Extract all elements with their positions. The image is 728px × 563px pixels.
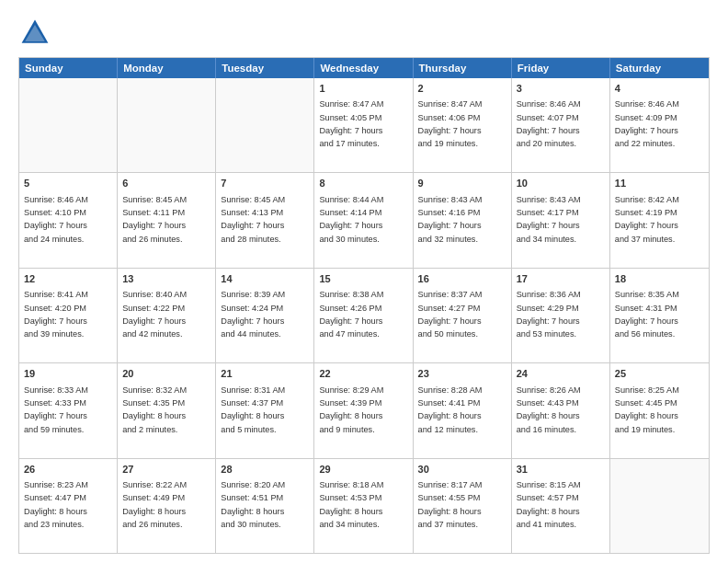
day-number: 9	[418, 177, 506, 190]
cal-cell-day-27: 27Sunrise: 8:22 AM Sunset: 4:49 PM Dayli…	[118, 459, 216, 553]
cal-cell-day-22: 22Sunrise: 8:29 AM Sunset: 4:39 PM Dayli…	[314, 363, 413, 457]
cell-details: Sunrise: 8:32 AM Sunset: 4:35 PM Dayligh…	[122, 385, 187, 434]
cal-cell-day-31: 31Sunrise: 8:15 AM Sunset: 4:57 PM Dayli…	[512, 459, 610, 553]
cal-cell-day-23: 23Sunrise: 8:28 AM Sunset: 4:41 PM Dayli…	[414, 363, 512, 457]
cal-cell-day-2: 2Sunrise: 8:47 AM Sunset: 4:06 PM Daylig…	[414, 78, 512, 172]
cal-row-3: 19Sunrise: 8:33 AM Sunset: 4:33 PM Dayli…	[19, 362, 709, 457]
day-number: 19	[24, 367, 112, 381]
day-number: 6	[122, 177, 210, 190]
day-number: 4	[615, 82, 704, 96]
day-number: 28	[221, 463, 309, 477]
cal-cell-day-24: 24Sunrise: 8:26 AM Sunset: 4:43 PM Dayli…	[512, 363, 610, 457]
cal-cell-day-12: 12Sunrise: 8:41 AM Sunset: 4:20 PM Dayli…	[19, 269, 118, 362]
day-number: 11	[615, 177, 704, 190]
header-cell-saturday: Saturday	[610, 58, 709, 78]
day-number: 21	[221, 367, 309, 381]
day-number: 23	[418, 367, 506, 381]
header-cell-thursday: Thursday	[414, 58, 512, 78]
cal-cell-empty	[216, 78, 314, 172]
cell-details: Sunrise: 8:40 AM Sunset: 4:22 PM Dayligh…	[122, 290, 187, 339]
header-cell-monday: Monday	[118, 58, 216, 78]
cal-cell-day-18: 18Sunrise: 8:35 AM Sunset: 4:31 PM Dayli…	[610, 269, 709, 362]
day-number: 17	[517, 272, 605, 286]
cell-details: Sunrise: 8:25 AM Sunset: 4:45 PM Dayligh…	[615, 385, 679, 434]
cal-cell-day-20: 20Sunrise: 8:32 AM Sunset: 4:35 PM Dayli…	[118, 363, 216, 457]
day-number: 3	[517, 82, 605, 96]
calendar-body: 1Sunrise: 8:47 AM Sunset: 4:05 PM Daylig…	[19, 78, 709, 553]
cal-cell-day-7: 7Sunrise: 8:45 AM Sunset: 4:13 PM Daylig…	[216, 173, 314, 267]
cal-cell-day-28: 28Sunrise: 8:20 AM Sunset: 4:51 PM Dayli…	[216, 459, 314, 553]
cal-cell-day-29: 29Sunrise: 8:18 AM Sunset: 4:53 PM Dayli…	[314, 459, 413, 553]
cell-details: Sunrise: 8:45 AM Sunset: 4:13 PM Dayligh…	[221, 195, 285, 244]
cal-cell-day-1: 1Sunrise: 8:47 AM Sunset: 4:05 PM Daylig…	[314, 78, 413, 172]
day-number: 26	[24, 463, 112, 477]
cal-cell-day-30: 30Sunrise: 8:17 AM Sunset: 4:55 PM Dayli…	[414, 459, 512, 553]
cell-details: Sunrise: 8:45 AM Sunset: 4:11 PM Dayligh…	[122, 195, 187, 244]
header-cell-sunday: Sunday	[19, 58, 118, 78]
cell-details: Sunrise: 8:41 AM Sunset: 4:20 PM Dayligh…	[24, 290, 88, 339]
cell-details: Sunrise: 8:35 AM Sunset: 4:31 PM Dayligh…	[615, 290, 679, 339]
cal-cell-day-3: 3Sunrise: 8:46 AM Sunset: 4:07 PM Daylig…	[512, 78, 610, 172]
cal-cell-day-5: 5Sunrise: 8:46 AM Sunset: 4:10 PM Daylig…	[19, 173, 118, 267]
cell-details: Sunrise: 8:18 AM Sunset: 4:53 PM Dayligh…	[319, 480, 383, 529]
header-cell-friday: Friday	[512, 58, 610, 78]
cal-row-4: 26Sunrise: 8:23 AM Sunset: 4:47 PM Dayli…	[19, 458, 709, 553]
calendar: SundayMondayTuesdayWednesdayThursdayFrid…	[18, 57, 710, 554]
header-cell-wednesday: Wednesday	[314, 58, 413, 78]
calendar-header: SundayMondayTuesdayWednesdayThursdayFrid…	[19, 58, 709, 78]
cell-details: Sunrise: 8:23 AM Sunset: 4:47 PM Dayligh…	[24, 480, 88, 529]
cell-details: Sunrise: 8:47 AM Sunset: 4:06 PM Dayligh…	[418, 99, 483, 148]
day-number: 8	[319, 177, 407, 190]
day-number: 24	[517, 367, 605, 381]
cell-details: Sunrise: 8:38 AM Sunset: 4:26 PM Dayligh…	[319, 290, 383, 339]
day-number: 14	[221, 272, 309, 286]
cal-cell-day-16: 16Sunrise: 8:37 AM Sunset: 4:27 PM Dayli…	[414, 269, 512, 362]
cell-details: Sunrise: 8:47 AM Sunset: 4:05 PM Dayligh…	[319, 99, 383, 148]
cal-cell-day-6: 6Sunrise: 8:45 AM Sunset: 4:11 PM Daylig…	[118, 173, 216, 267]
day-number: 27	[122, 463, 210, 477]
day-number: 16	[418, 272, 506, 286]
day-number: 1	[319, 82, 407, 96]
cal-cell-empty	[118, 78, 216, 172]
header	[18, 17, 710, 50]
day-number: 5	[24, 177, 112, 190]
cell-details: Sunrise: 8:15 AM Sunset: 4:57 PM Dayligh…	[517, 480, 581, 529]
day-number: 20	[122, 367, 210, 381]
logo	[18, 17, 55, 50]
day-number: 15	[319, 272, 407, 286]
day-number: 29	[319, 463, 407, 477]
cal-cell-day-14: 14Sunrise: 8:39 AM Sunset: 4:24 PM Dayli…	[216, 269, 314, 362]
cell-details: Sunrise: 8:46 AM Sunset: 4:07 PM Dayligh…	[517, 99, 581, 148]
cell-details: Sunrise: 8:43 AM Sunset: 4:16 PM Dayligh…	[418, 195, 483, 244]
cal-cell-day-21: 21Sunrise: 8:31 AM Sunset: 4:37 PM Dayli…	[216, 363, 314, 457]
cell-details: Sunrise: 8:28 AM Sunset: 4:41 PM Dayligh…	[418, 385, 483, 434]
day-number: 22	[319, 367, 407, 381]
cal-cell-day-4: 4Sunrise: 8:46 AM Sunset: 4:09 PM Daylig…	[610, 78, 709, 172]
day-number: 10	[517, 177, 605, 190]
cell-details: Sunrise: 8:42 AM Sunset: 4:19 PM Dayligh…	[615, 195, 679, 244]
cell-details: Sunrise: 8:44 AM Sunset: 4:14 PM Dayligh…	[319, 195, 383, 244]
cal-cell-day-19: 19Sunrise: 8:33 AM Sunset: 4:33 PM Dayli…	[19, 363, 118, 457]
cell-details: Sunrise: 8:20 AM Sunset: 4:51 PM Dayligh…	[221, 480, 285, 529]
cal-row-1: 5Sunrise: 8:46 AM Sunset: 4:10 PM Daylig…	[19, 172, 709, 267]
cell-details: Sunrise: 8:36 AM Sunset: 4:29 PM Dayligh…	[517, 290, 581, 339]
cell-details: Sunrise: 8:31 AM Sunset: 4:37 PM Dayligh…	[221, 385, 285, 434]
page: SundayMondayTuesdayWednesdayThursdayFrid…	[0, 0, 728, 563]
day-number: 31	[517, 463, 605, 477]
cell-details: Sunrise: 8:39 AM Sunset: 4:24 PM Dayligh…	[221, 290, 285, 339]
cell-details: Sunrise: 8:22 AM Sunset: 4:49 PM Dayligh…	[122, 480, 187, 529]
day-number: 2	[418, 82, 506, 96]
cell-details: Sunrise: 8:46 AM Sunset: 4:09 PM Dayligh…	[615, 99, 679, 148]
cal-cell-day-8: 8Sunrise: 8:44 AM Sunset: 4:14 PM Daylig…	[314, 173, 413, 267]
cell-details: Sunrise: 8:43 AM Sunset: 4:17 PM Dayligh…	[517, 195, 581, 244]
cal-cell-day-11: 11Sunrise: 8:42 AM Sunset: 4:19 PM Dayli…	[610, 173, 709, 267]
day-number: 7	[221, 177, 309, 190]
day-number: 18	[615, 272, 704, 286]
cal-row-2: 12Sunrise: 8:41 AM Sunset: 4:20 PM Dayli…	[19, 268, 709, 362]
cell-details: Sunrise: 8:46 AM Sunset: 4:10 PM Dayligh…	[24, 195, 88, 244]
header-cell-tuesday: Tuesday	[216, 58, 314, 78]
day-number: 13	[122, 272, 210, 286]
day-number: 30	[418, 463, 506, 477]
cal-row-0: 1Sunrise: 8:47 AM Sunset: 4:05 PM Daylig…	[19, 78, 709, 172]
cal-cell-empty	[610, 459, 709, 553]
